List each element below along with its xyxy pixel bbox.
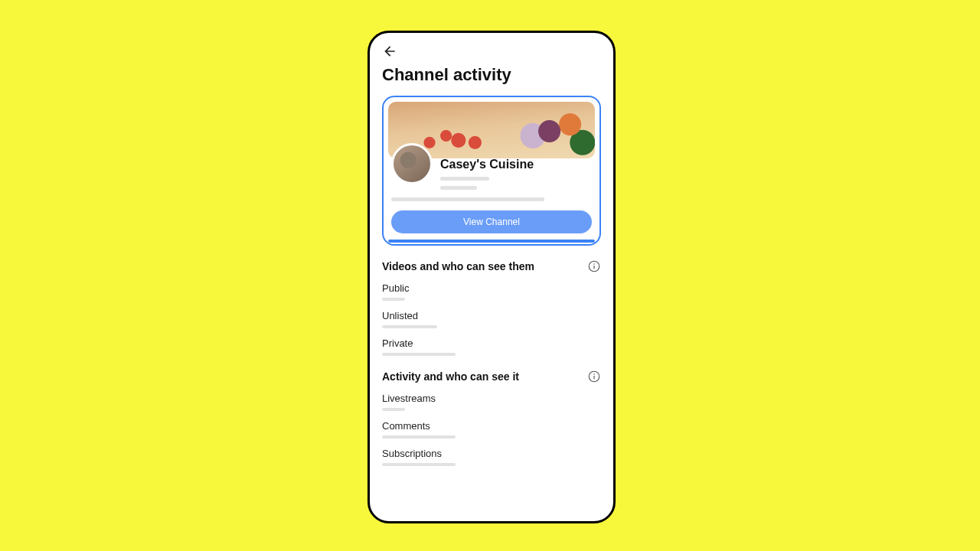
placeholder-line xyxy=(382,298,405,301)
visibility-item-public[interactable]: Public xyxy=(382,282,601,301)
section-header: Activity and who can see it xyxy=(382,370,601,383)
activity-item-subscriptions[interactable]: Subscriptions xyxy=(382,448,601,466)
phone-frame: Channel activity Casey's Cuisine View Ch… xyxy=(368,31,616,523)
channel-name: Casey's Cuisine xyxy=(440,157,592,171)
item-label: Private xyxy=(382,337,601,349)
arrow-left-icon xyxy=(382,44,397,59)
channel-card: Casey's Cuisine View Channel xyxy=(382,96,601,246)
placeholder-line xyxy=(440,186,477,190)
item-label: Public xyxy=(382,282,601,294)
view-channel-button[interactable]: View Channel xyxy=(391,210,592,233)
item-label: Subscriptions xyxy=(382,448,601,459)
activity-item-comments[interactable]: Comments xyxy=(382,420,601,439)
section-videos: Videos and who can see them Public Unlis xyxy=(382,259,601,356)
section-activity: Activity and who can see it Livestreams xyxy=(382,370,601,466)
info-icon xyxy=(587,370,601,383)
channel-avatar xyxy=(391,143,433,184)
svg-rect-2 xyxy=(593,266,594,269)
info-button[interactable] xyxy=(587,370,601,383)
item-label: Livestreams xyxy=(382,393,601,404)
back-button[interactable] xyxy=(382,44,397,59)
placeholder-line xyxy=(382,325,437,328)
section-title: Videos and who can see them xyxy=(382,260,534,272)
visibility-item-unlisted[interactable]: Unlisted xyxy=(382,310,601,328)
item-label: Unlisted xyxy=(382,310,601,321)
channel-header-row: Casey's Cuisine xyxy=(388,143,595,190)
svg-point-4 xyxy=(593,373,595,375)
activity-item-livestreams[interactable]: Livestreams xyxy=(382,393,601,411)
info-button[interactable] xyxy=(587,259,601,273)
visibility-item-private[interactable]: Private xyxy=(382,337,601,356)
placeholder-line xyxy=(391,197,544,201)
info-icon xyxy=(587,259,601,273)
page-title: Channel activity xyxy=(382,65,601,85)
screen: Channel activity Casey's Cuisine View Ch… xyxy=(370,33,613,521)
placeholder-line xyxy=(382,408,405,411)
placeholder-line xyxy=(382,435,456,439)
placeholder-line xyxy=(440,177,489,181)
placeholder-line xyxy=(382,353,456,356)
section-title: Activity and who can see it xyxy=(382,370,519,383)
section-header: Videos and who can see them xyxy=(382,259,601,273)
svg-point-1 xyxy=(593,263,595,265)
channel-meta: Casey's Cuisine xyxy=(440,143,592,190)
placeholder-line xyxy=(382,463,456,466)
svg-rect-5 xyxy=(593,376,594,380)
background: Channel activity Casey's Cuisine View Ch… xyxy=(0,0,980,551)
item-label: Comments xyxy=(382,420,601,432)
